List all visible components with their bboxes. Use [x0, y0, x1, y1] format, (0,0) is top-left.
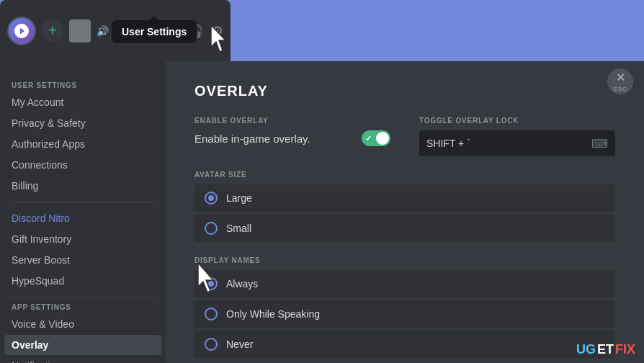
cursor-settings	[200, 22, 236, 68]
keyboard-icon: ⌨	[591, 137, 608, 151]
avatar-option-large[interactable]: Large	[194, 184, 615, 212]
display-option-always[interactable]: Always	[194, 270, 615, 297]
sidebar-item-privacy-safety[interactable]: Privacy & Safety	[4, 113, 161, 133]
avatar-option-small[interactable]: Small	[194, 215, 615, 242]
radio-small	[205, 222, 218, 235]
shortcut-text: SHIFT + `	[426, 138, 586, 149]
watermark: UG ET FIX	[576, 342, 635, 357]
user-settings-tooltip: User Settings	[112, 20, 197, 43]
sidebar-item-connections[interactable]: Connections	[4, 155, 161, 175]
sidebar-item-my-account[interactable]: My Account	[4, 92, 161, 112]
server-logo-icon	[13, 22, 30, 40]
esc-label: ESC	[614, 86, 627, 92]
display-option-speaking[interactable]: Only While Speaking	[194, 300, 615, 328]
main-content: OVERLAY ENABLE OVERLAY Enable in-game ov…	[166, 61, 644, 363]
watermark-fix: FIX	[615, 342, 635, 357]
server-icon-inner	[9, 18, 35, 44]
avatar-size-section: AVATAR SIZE Large Small	[194, 171, 615, 242]
sidebar-item-server-boost[interactable]: Server Boost	[4, 250, 161, 270]
close-button[interactable]: ✕ ESC	[607, 68, 633, 94]
cursor-overlay	[187, 259, 227, 309]
section-title: OVERLAY	[194, 83, 615, 99]
overlay-row: ENABLE OVERLAY Enable in-game overlay. ✓…	[194, 117, 615, 156]
sidebar-item-overlay[interactable]: Overlay	[4, 335, 161, 355]
radio-large	[205, 192, 218, 205]
server-icon	[7, 17, 36, 45]
sidebar-item-voice-video[interactable]: Voice & Video	[4, 314, 161, 334]
sidebar-divider-2	[12, 297, 154, 297]
sidebar-item-gift-inventory[interactable]: Gift Inventory	[4, 229, 161, 249]
avatar-size-label: AVATAR SIZE	[194, 171, 615, 179]
sidebar-item-billing[interactable]: Billing	[4, 176, 161, 196]
speaker-icon: 🔊	[97, 25, 109, 37]
watermark-ug: UG	[576, 342, 596, 357]
add-server-button[interactable]: +	[42, 19, 63, 42]
settings-panel: USER SETTINGS My Account Privacy & Safet…	[0, 61, 644, 363]
app-settings-label: APP SETTINGS	[4, 303, 161, 311]
toggle-lock-col: TOGGLE OVERLAY LOCK SHIFT + ` ⌨	[419, 117, 615, 156]
toggle-thumb	[376, 132, 389, 145]
enable-overlay-label: ENABLE OVERLAY	[194, 117, 390, 125]
radio-speaking	[205, 308, 218, 321]
display-always-label: Always	[226, 278, 258, 290]
sidebar-item-hypesquad[interactable]: HypeSquad	[4, 271, 161, 291]
sidebar: USER SETTINGS My Account Privacy & Safet…	[0, 61, 166, 363]
display-option-never[interactable]: Never	[194, 331, 615, 358]
shortcut-field[interactable]: SHIFT + ` ⌨	[419, 130, 615, 156]
toggle-lock-label: TOGGLE OVERLAY LOCK	[419, 117, 615, 125]
display-names-section: DISPLAY NAMES Always Only While Speaking…	[194, 256, 615, 358]
sidebar-item-discord-nitro[interactable]: Discord Nitro	[4, 208, 161, 228]
display-names-label: DISPLAY NAMES	[194, 256, 615, 264]
sidebar-divider	[12, 202, 154, 202]
display-speaking-label: Only While Speaking	[226, 308, 320, 320]
overlay-toggle[interactable]: ✓	[362, 130, 390, 146]
radio-never	[205, 338, 218, 351]
user-settings-label: USER SETTINGS	[4, 81, 161, 89]
avatar-large-label: Large	[226, 192, 252, 204]
sidebar-item-authorized-apps[interactable]: Authorized Apps	[4, 134, 161, 154]
avatar-small-label: Small	[226, 223, 251, 234]
enable-row: Enable in-game overlay. ✓	[194, 130, 390, 146]
watermark-et: ET	[597, 342, 614, 357]
display-never-label: Never	[226, 339, 253, 350]
enable-label: Enable in-game overlay.	[194, 133, 310, 145]
sidebar-item-notifications[interactable]: Notifications	[4, 356, 161, 363]
avatar	[69, 19, 91, 42]
enable-overlay-col: ENABLE OVERLAY Enable in-game overlay. ✓	[194, 117, 390, 156]
toggle-check: ✓	[365, 134, 372, 143]
close-icon: ✕	[616, 71, 625, 84]
